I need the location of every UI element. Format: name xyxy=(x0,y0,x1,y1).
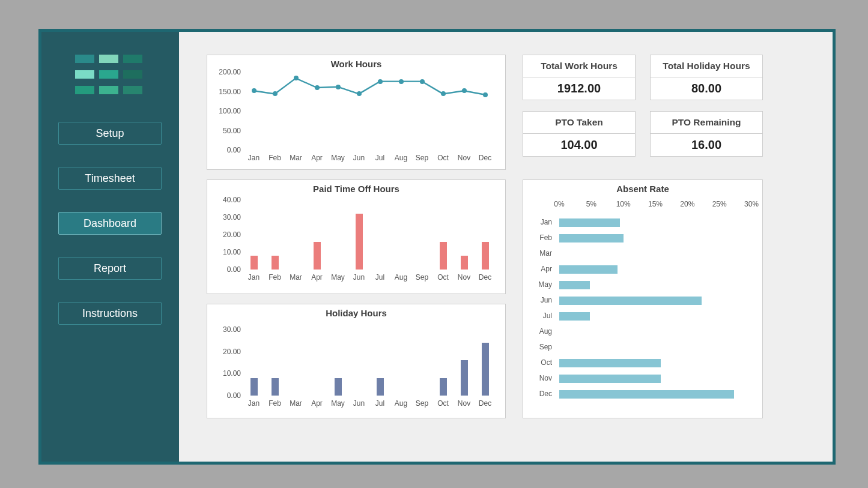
x-tick: Aug xyxy=(392,154,411,162)
x-tick: 30% xyxy=(743,200,760,208)
x-tick: Feb xyxy=(266,154,285,162)
y-tick: 200.00 xyxy=(216,68,241,76)
data-point xyxy=(399,79,404,84)
kpi-title: Total Holiday Hours xyxy=(651,55,762,77)
nav-setup[interactable]: Setup xyxy=(58,122,162,145)
bar xyxy=(559,281,590,289)
line-plot xyxy=(243,72,496,150)
x-tick: Oct xyxy=(434,154,453,162)
kpi-title: PTO Remaining xyxy=(651,112,762,134)
y-tick: 10.00 xyxy=(216,248,241,256)
chart-pto-hours: Paid Time Off Hours 0.0010.0020.0030.004… xyxy=(207,179,506,294)
x-tick: Oct xyxy=(434,273,453,282)
nav-label: Setup xyxy=(96,127,124,140)
nav-dashboard[interactable]: Dashboard xyxy=(58,212,162,235)
bar xyxy=(440,242,447,270)
y-tick: Mar xyxy=(528,249,552,258)
bar xyxy=(461,256,468,270)
x-tick: Jul xyxy=(371,273,390,282)
kpi-title: Total Work Hours xyxy=(523,55,635,77)
y-tick: 10.00 xyxy=(216,369,241,378)
chart-title: Holiday Hours xyxy=(207,308,505,318)
x-tick: Sep xyxy=(413,154,432,162)
y-tick: 40.00 xyxy=(216,196,241,204)
bar xyxy=(482,242,489,270)
bar xyxy=(559,375,661,383)
bar xyxy=(559,218,620,227)
data-point xyxy=(441,91,446,96)
y-tick: 30.00 xyxy=(216,325,241,334)
bar xyxy=(272,378,279,396)
bar xyxy=(377,378,384,396)
y-tick: 0.00 xyxy=(216,265,241,274)
y-tick: 30.00 xyxy=(216,213,241,221)
x-tick: Feb xyxy=(266,399,285,408)
data-point xyxy=(294,76,299,80)
y-tick: Jan xyxy=(528,218,552,226)
bar xyxy=(356,214,363,270)
data-point xyxy=(357,91,362,96)
kpi-value: 80.00 xyxy=(651,77,762,99)
x-tick: Jul xyxy=(371,399,390,408)
chart-title: Absent Rate xyxy=(523,184,762,194)
x-tick: Mar xyxy=(287,399,306,408)
y-tick: 20.00 xyxy=(216,348,241,356)
bar xyxy=(250,378,258,396)
bar xyxy=(559,312,590,321)
bar xyxy=(559,265,618,274)
x-tick: Mar xyxy=(287,154,306,162)
bar xyxy=(559,390,734,399)
x-tick: Jun xyxy=(350,273,369,282)
chart-work-hours: Work Hours 0.0050.00100.00150.00200.00 J… xyxy=(207,55,506,170)
x-tick: 5% xyxy=(583,200,599,208)
bar xyxy=(559,234,624,242)
x-tick: Feb xyxy=(266,273,285,282)
x-tick: Sep xyxy=(413,399,432,408)
x-tick: Apr xyxy=(308,273,327,282)
x-tick: Jan xyxy=(244,154,264,162)
y-tick: Dec xyxy=(528,390,552,398)
y-tick: Apr xyxy=(528,265,552,273)
kpi-pto-taken: PTO Taken 104.00 xyxy=(523,111,636,157)
x-tick: Aug xyxy=(392,399,411,408)
x-tick: Jan xyxy=(244,399,264,408)
data-point xyxy=(483,92,488,97)
data-point xyxy=(378,79,383,84)
x-tick: Nov xyxy=(455,399,474,408)
nav-instructions[interactable]: Instructions xyxy=(58,302,162,325)
bar xyxy=(482,343,489,396)
data-point xyxy=(462,88,467,93)
bar xyxy=(461,360,468,396)
kpi-value: 1912.00 xyxy=(523,77,635,99)
nav-label: Dashboard xyxy=(83,217,136,230)
y-tick: 0.00 xyxy=(216,391,241,400)
y-tick: Oct xyxy=(528,358,552,367)
x-tick: May xyxy=(329,399,348,408)
x-tick: Aug xyxy=(392,273,411,282)
kpi-total-holiday-hours: Total Holiday Hours 80.00 xyxy=(650,55,763,100)
main-dashboard: Work Hours 0.0050.00100.00150.00200.00 J… xyxy=(179,32,833,462)
y-tick: Feb xyxy=(528,233,552,242)
kpi-pto-remaining: PTO Remaining 16.00 xyxy=(650,111,763,157)
y-tick: 50.00 xyxy=(216,127,241,135)
y-tick: Jul xyxy=(528,312,552,320)
nav-timesheet[interactable]: Timesheet xyxy=(58,167,162,190)
y-tick: 150.00 xyxy=(216,88,241,96)
nav-report[interactable]: Report xyxy=(58,257,162,280)
x-tick: Nov xyxy=(455,273,474,282)
nav-label: Instructions xyxy=(82,307,138,320)
data-point xyxy=(336,85,341,89)
bar xyxy=(314,242,321,270)
y-tick: Sep xyxy=(528,343,552,351)
y-tick: Nov xyxy=(528,374,552,382)
x-tick: Nov xyxy=(455,154,474,162)
x-tick: Apr xyxy=(308,154,327,162)
x-tick: Apr xyxy=(308,399,327,408)
x-tick: Oct xyxy=(434,399,453,408)
nav-label: Report xyxy=(94,262,126,275)
x-tick: Sep xyxy=(413,273,432,282)
kpi-value: 104.00 xyxy=(523,134,635,155)
x-tick: Dec xyxy=(476,399,495,408)
x-tick: Jul xyxy=(371,154,390,162)
x-tick: Jan xyxy=(244,273,264,282)
